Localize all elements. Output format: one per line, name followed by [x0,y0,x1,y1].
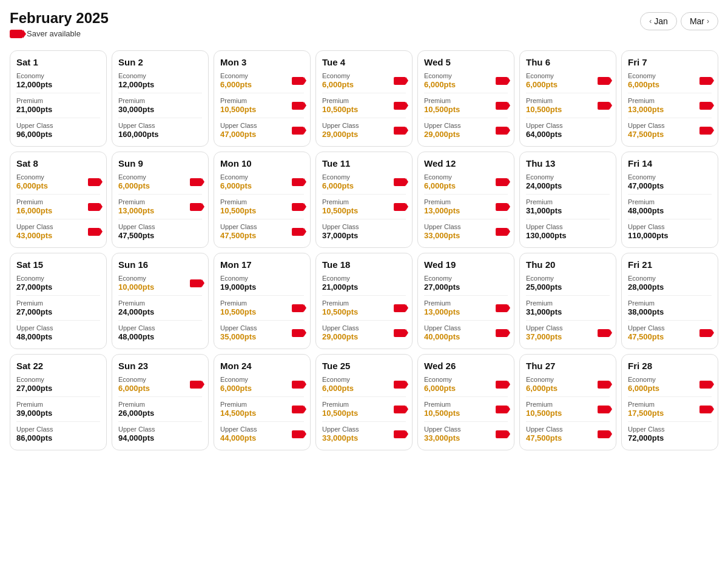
fare-type: Economy [118,275,154,282]
day-card[interactable]: Mon 10Economy6,000ptsPremium10,500ptsUpp… [214,152,311,248]
day-card[interactable]: Sun 9Economy6,000ptsPremium13,000ptsUppe… [112,152,209,248]
day-card[interactable]: Wed 26Economy6,000ptsPremium10,500ptsUpp… [417,354,514,450]
fare-info: Premium13,000pts [424,198,460,215]
fare-info: Premium31,000pts [526,198,562,215]
fare-points: 6,000pts [220,80,252,89]
day-card[interactable]: Tue 25Economy6,000ptsPremium10,500ptsUpp… [315,354,413,450]
fare-info: Economy6,000pts [220,72,252,89]
fare-points: 10,500pts [526,409,562,418]
day-card[interactable]: Wed 5Economy6,000ptsPremium10,500ptsUppe… [417,50,514,147]
day-card[interactable]: Thu 13Economy24,000ptsPremium31,000ptsUp… [519,152,616,248]
saver-icon [496,228,508,236]
day-card[interactable]: Fri 7Economy6,000ptsPremium13,000ptsUppe… [621,50,718,147]
fare-info: Upper Class33,000pts [424,223,461,240]
fare-info: Upper Class48,000pts [16,324,53,341]
fare-info: Upper Class86,000pts [16,426,53,442]
fare-points: 64,000pts [526,130,563,139]
day-card[interactable]: Mon 24Economy6,000ptsPremium14,500ptsUpp… [214,354,311,450]
prev-month-button[interactable]: ‹ Jan [640,12,677,30]
fare-points: 38,000pts [628,307,664,316]
fare-row: Upper Class33,000pts [322,426,406,442]
day-card[interactable]: Thu 6Economy6,000ptsPremium10,500ptsUppe… [519,50,616,147]
fare-points: 160,000pts [118,130,159,139]
fare-row: Economy25,000pts [526,275,610,296]
fare-points: 33,000pts [424,433,461,442]
fare-type: Upper Class [526,223,567,230]
fare-info: Premium27,000pts [16,299,52,316]
fare-type: Economy [424,275,460,282]
fare-points: 6,000pts [220,384,252,393]
day-card[interactable]: Wed 12Economy6,000ptsPremium13,000ptsUpp… [417,152,514,248]
saver-icon [88,203,100,211]
fare-info: Economy25,000pts [526,275,562,292]
day-card[interactable]: Sat 15Economy27,000ptsPremium27,000ptsUp… [10,253,107,349]
fare-points: 13,000pts [628,105,664,114]
fare-info: Upper Class130,000pts [526,223,567,240]
fare-row: Economy6,000pts [628,72,712,93]
fare-row: Economy24,000pts [526,173,610,195]
fare-points: 27,000pts [16,307,52,316]
day-card[interactable]: Thu 27Economy6,000ptsPremium10,500ptsUpp… [519,354,616,450]
fare-row: Economy6,000pts [16,173,100,195]
day-card[interactable]: Sun 16Economy10,000ptsPremium24,000ptsUp… [112,253,209,349]
fare-type: Premium [322,299,358,307]
fare-points: 27,000pts [16,282,52,292]
day-card[interactable]: Sun 23Economy6,000ptsPremium26,000ptsUpp… [112,354,209,450]
day-card[interactable]: Tue 4Economy6,000ptsPremium10,500ptsUppe… [315,50,413,147]
fare-row: Economy47,000pts [628,173,712,195]
fare-row: Premium30,000pts [118,97,202,118]
fare-row: Premium10,500pts [526,97,610,118]
day-card[interactable]: Sat 8Economy6,000ptsPremium16,000ptsUppe… [10,152,107,248]
fare-type: Economy [628,275,664,282]
day-card[interactable]: Tue 11Economy6,000ptsPremium10,500ptsUpp… [315,152,413,248]
fare-row: Upper Class47,000pts [220,122,304,139]
fare-info: Upper Class37,000pts [526,324,563,341]
saver-icon [496,406,508,413]
fare-row: Upper Class37,000pts [526,324,610,341]
fare-info: Premium13,000pts [118,198,154,215]
prev-arrow-icon: ‹ [649,17,652,25]
fare-points: 10,500pts [220,105,256,114]
fare-points: 25,000pts [526,282,562,292]
fare-type: Upper Class [526,426,563,433]
saver-tag-icon [10,30,23,38]
fare-info: Premium30,000pts [118,97,154,114]
day-card[interactable]: Sun 2Economy12,000ptsPremium30,000ptsUpp… [112,50,209,147]
fare-row: Upper Class47,500pts [526,426,610,442]
day-card[interactable]: Fri 21Economy28,000ptsPremium38,000ptsUp… [621,253,718,349]
day-card[interactable]: Thu 20Economy25,000ptsPremium31,000ptsUp… [519,253,616,349]
fare-type: Economy [16,72,52,79]
fare-points: 26,000pts [118,409,154,418]
day-card[interactable]: Mon 3Economy6,000ptsPremium10,500ptsUppe… [214,50,311,147]
fare-row: Premium48,000pts [628,198,712,219]
day-card[interactable]: Tue 18Economy21,000ptsPremium10,500ptsUp… [315,253,413,349]
day-card[interactable]: Wed 19Economy27,000ptsPremium13,000ptsUp… [417,253,514,349]
fare-row: Economy6,000pts [118,173,202,195]
fare-points: 30,000pts [118,105,154,114]
day-card[interactable]: Fri 14Economy47,000ptsPremium48,000ptsUp… [621,152,718,248]
saver-icon [496,127,508,135]
day-card[interactable]: Sat 22Economy27,000ptsPremium39,000ptsUp… [10,354,107,450]
fare-row: Economy27,000pts [16,376,100,397]
fare-info: Premium10,500pts [220,97,256,114]
fare-row: Upper Class33,000pts [424,426,508,442]
fare-row: Economy6,000pts [322,173,406,195]
fare-type: Premium [16,401,52,408]
fare-points: 6,000pts [322,384,354,393]
fare-row: Upper Class72,000pts [628,426,712,442]
fare-points: 16,000pts [16,206,52,215]
fare-points: 130,000pts [526,231,567,240]
fare-type: Economy [118,376,150,383]
fare-type: Premium [526,299,562,307]
day-card[interactable]: Sat 1Economy12,000ptsPremium21,000ptsUpp… [10,50,107,147]
next-month-button[interactable]: Mar › [681,12,718,30]
fare-info: Upper Class29,000pts [322,122,359,139]
fare-info: Economy19,000pts [220,275,256,292]
fare-type: Upper Class [220,324,257,332]
fare-info: Premium38,000pts [628,299,664,316]
day-card[interactable]: Mon 17Economy19,000ptsPremium10,500ptsUp… [214,253,311,349]
fare-type: Upper Class [526,122,563,129]
day-label: Mon 24 [220,361,304,371]
fare-info: Upper Class94,000pts [118,426,155,442]
day-card[interactable]: Fri 28Economy6,000ptsPremium17,500ptsUpp… [621,354,718,450]
